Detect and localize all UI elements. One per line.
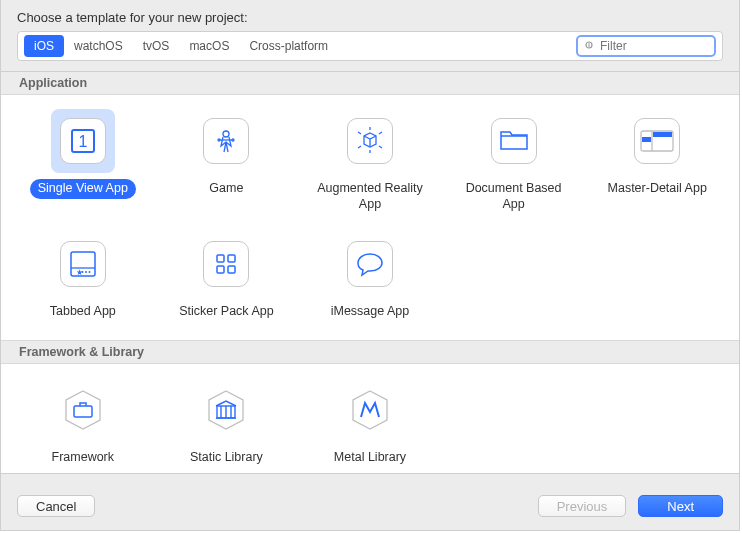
svg-point-18 bbox=[85, 271, 87, 273]
template-label: Sticker Pack App bbox=[171, 302, 282, 322]
imessage-icon bbox=[338, 232, 402, 296]
master-detail-icon bbox=[625, 109, 689, 173]
svg-marker-24 bbox=[66, 391, 100, 429]
tab-cross-platform[interactable]: Cross-platform bbox=[239, 35, 338, 57]
template-content: Application 1 Single View App Game bbox=[1, 71, 739, 474]
template-chooser-window: Choose a template for your new project: … bbox=[0, 0, 740, 531]
folder-icon bbox=[482, 109, 546, 173]
svg-point-19 bbox=[88, 271, 90, 273]
template-sticker-pack-app[interactable]: Sticker Pack App bbox=[155, 232, 299, 322]
template-framework[interactable]: Framework bbox=[11, 378, 155, 468]
prompt-label: Choose a template for your new project: bbox=[1, 0, 739, 31]
filter-field[interactable] bbox=[576, 35, 716, 57]
svg-rect-22 bbox=[217, 266, 224, 273]
svg-point-7 bbox=[218, 139, 220, 141]
template-game[interactable]: Game bbox=[155, 109, 299, 214]
hex-metal-icon bbox=[338, 378, 402, 442]
application-grid: 1 Single View App Game bbox=[1, 95, 739, 340]
template-master-detail-app[interactable]: Master-Detail App bbox=[585, 109, 729, 214]
next-button[interactable]: Next bbox=[638, 495, 723, 517]
tab-watchos[interactable]: watchOS bbox=[64, 35, 133, 57]
game-icon bbox=[194, 109, 258, 173]
svg-text:1: 1 bbox=[78, 133, 87, 150]
template-label: iMessage App bbox=[323, 302, 418, 322]
svg-point-6 bbox=[223, 131, 229, 137]
svg-point-8 bbox=[232, 139, 234, 141]
template-label: Static Library bbox=[182, 448, 271, 468]
hex-building-icon bbox=[194, 378, 258, 442]
template-label: Tabbed App bbox=[42, 302, 124, 322]
tab-tvos[interactable]: tvOS bbox=[133, 35, 180, 57]
svg-rect-20 bbox=[217, 255, 224, 262]
svg-rect-12 bbox=[642, 137, 651, 142]
section-header-framework: Framework & Library bbox=[1, 340, 739, 364]
cancel-button[interactable]: Cancel bbox=[17, 495, 95, 517]
template-label: Master-Detail App bbox=[600, 179, 715, 199]
template-tabbed-app[interactable]: ★ Tabbed App bbox=[11, 232, 155, 322]
svg-rect-23 bbox=[228, 266, 235, 273]
template-label: Single View App bbox=[30, 179, 136, 199]
sticker-icon bbox=[194, 232, 258, 296]
template-label: Game bbox=[201, 179, 251, 199]
template-static-library[interactable]: Static Library bbox=[155, 378, 299, 468]
ar-icon bbox=[338, 109, 402, 173]
previous-button: Previous bbox=[538, 495, 627, 517]
svg-rect-21 bbox=[228, 255, 235, 262]
template-metal-library[interactable]: Metal Library bbox=[298, 378, 442, 468]
filter-icon bbox=[584, 40, 596, 52]
template-augmented-reality-app[interactable]: Augmented Reality App bbox=[298, 109, 442, 214]
framework-grid: Framework Static Library Metal Library bbox=[1, 364, 739, 474]
tab-ios[interactable]: iOS bbox=[24, 35, 64, 57]
template-label: Augmented Reality App bbox=[305, 179, 435, 214]
template-imessage-app[interactable]: iMessage App bbox=[298, 232, 442, 322]
footer: Cancel Previous Next bbox=[1, 482, 739, 530]
template-label: Framework bbox=[44, 448, 123, 468]
platform-tabbar-wrap: iOS watchOS tvOS macOS Cross-platform bbox=[1, 31, 739, 71]
svg-rect-13 bbox=[653, 132, 672, 137]
single-view-icon: 1 bbox=[51, 109, 115, 173]
svg-point-17 bbox=[81, 271, 83, 273]
platform-tabbar: iOS watchOS tvOS macOS Cross-platform bbox=[17, 31, 723, 61]
template-label: Document Based App bbox=[449, 179, 579, 214]
tabbed-icon: ★ bbox=[51, 232, 115, 296]
filter-input[interactable] bbox=[600, 39, 708, 53]
tab-macos[interactable]: macOS bbox=[179, 35, 239, 57]
template-document-based-app[interactable]: Document Based App bbox=[442, 109, 586, 214]
template-label: Metal Library bbox=[326, 448, 414, 468]
template-single-view-app[interactable]: 1 Single View App bbox=[11, 109, 155, 214]
section-header-application: Application bbox=[1, 72, 739, 95]
hex-briefcase-icon bbox=[51, 378, 115, 442]
